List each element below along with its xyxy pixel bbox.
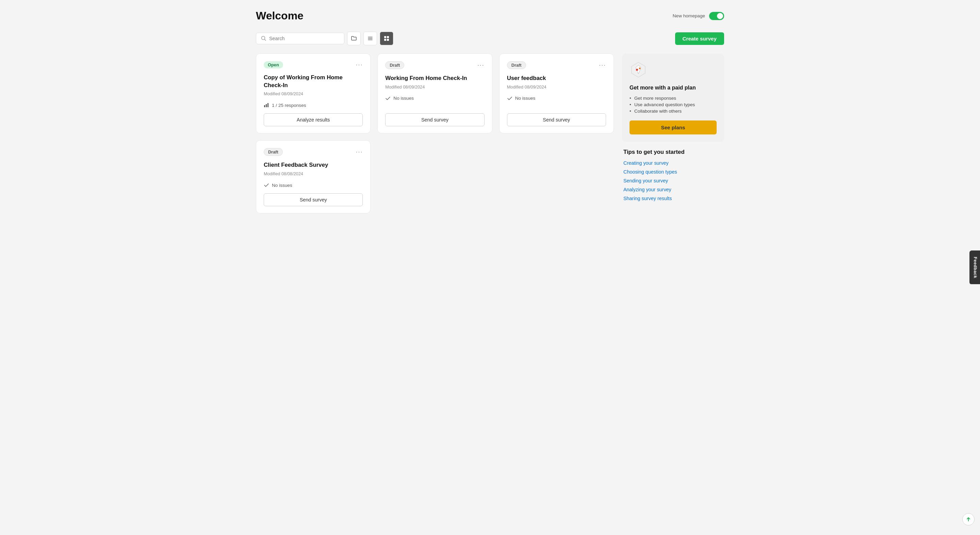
no-issues-stat: No issues	[385, 96, 484, 101]
stat-text: No issues	[515, 96, 536, 101]
promo-card: Get more with a paid plan Get more respo…	[622, 53, 724, 142]
svg-point-14	[636, 69, 638, 71]
more-options-button[interactable]: ···	[356, 61, 363, 68]
tips-list: Creating your surveyChoosing question ty…	[624, 160, 723, 201]
modified-date: Modified 08/09/2024	[264, 91, 363, 96]
list-view-button[interactable]	[363, 32, 377, 45]
survey-action-button[interactable]: Analyze results	[264, 113, 363, 126]
survey-action-button[interactable]: Send survey	[507, 113, 606, 126]
promo-list-item: Collaborate with others	[630, 108, 717, 115]
toolbar: Create survey	[256, 32, 724, 45]
folder-icon	[351, 35, 357, 41]
survey-title: Working From Home Check-In	[385, 75, 484, 82]
svg-rect-6	[387, 36, 389, 38]
card-header: Open ···	[264, 61, 363, 68]
tips-title: Tips to get you started	[624, 149, 723, 156]
main-layout: Open ··· Copy of Working From Home Check…	[256, 53, 724, 213]
status-badge: Open	[264, 61, 283, 68]
survey-action-button[interactable]: Send survey	[385, 113, 484, 126]
promo-list: Get more responsesUse advanced question …	[630, 95, 717, 115]
search-input[interactable]	[269, 36, 339, 41]
sidebar: Get more with a paid plan Get more respo…	[622, 53, 724, 201]
more-options-button[interactable]: ···	[477, 62, 485, 69]
list-icon	[367, 35, 373, 41]
stat-text: No issues	[393, 96, 414, 101]
tips-section: Tips to get you started Creating your su…	[622, 149, 724, 201]
survey-card: Draft ··· Client Feedback Survey Modifie…	[256, 140, 371, 213]
page-header: Welcome New homepage	[256, 10, 724, 22]
card-header: Draft ···	[264, 148, 363, 156]
survey-title: User feedback	[507, 75, 606, 82]
survey-card: Open ··· Copy of Working From Home Check…	[256, 53, 371, 134]
svg-rect-10	[266, 104, 267, 107]
tips-link[interactable]: Creating your survey	[624, 160, 723, 166]
create-survey-button[interactable]: Create survey	[675, 32, 724, 45]
modified-date: Modified 08/09/2024	[507, 84, 606, 89]
chart-icon	[264, 102, 269, 108]
check-icon	[264, 182, 269, 188]
svg-rect-11	[267, 103, 269, 107]
search-icon	[261, 36, 266, 41]
svg-point-15	[639, 68, 641, 69]
svg-rect-7	[384, 39, 386, 41]
check-icon	[385, 96, 391, 101]
svg-rect-5	[384, 36, 386, 38]
grid-view-button[interactable]	[380, 32, 393, 45]
card-header: Draft ···	[507, 61, 606, 69]
grid-icon	[383, 35, 390, 41]
stat-text: 1 / 25 responses	[272, 103, 306, 108]
response-stat: 1 / 25 responses	[264, 102, 363, 108]
tips-link[interactable]: Sharing survey results	[624, 196, 723, 201]
survey-card: Draft ··· Working From Home Check-In Mod…	[377, 53, 492, 134]
svg-rect-8	[387, 39, 389, 41]
page-title: Welcome	[256, 10, 304, 22]
see-plans-button[interactable]: See plans	[630, 121, 717, 134]
no-issues-stat: No issues	[507, 96, 606, 101]
card-header: Draft ···	[385, 61, 484, 69]
survey-card: Draft ··· User feedback Modified 08/09/2…	[499, 53, 614, 134]
feedback-tab[interactable]: Feedback	[969, 250, 980, 284]
status-badge: Draft	[264, 148, 283, 156]
promo-list-item: Get more responses	[630, 95, 717, 102]
tips-link[interactable]: Analyzing your survey	[624, 187, 723, 192]
svg-line-1	[265, 40, 266, 41]
survey-action-button[interactable]: Send survey	[264, 193, 363, 206]
stat-text: No issues	[272, 183, 292, 188]
svg-rect-9	[264, 105, 265, 107]
search-box	[256, 33, 344, 44]
more-options-button[interactable]: ···	[599, 62, 606, 69]
status-badge: Draft	[385, 61, 404, 69]
promo-title: Get more with a paid plan	[630, 85, 717, 91]
no-issues-stat: No issues	[264, 182, 363, 188]
header-right: New homepage	[673, 12, 724, 20]
more-options-button[interactable]: ···	[356, 148, 363, 156]
survey-title: Client Feedback Survey	[264, 161, 363, 169]
new-homepage-label: New homepage	[673, 13, 705, 18]
surveys-grid: Open ··· Copy of Working From Home Check…	[256, 53, 614, 213]
new-homepage-toggle[interactable]	[709, 12, 724, 20]
status-badge: Draft	[507, 61, 526, 69]
check-icon	[507, 96, 512, 101]
survey-title: Copy of Working From Home Check-In	[264, 74, 363, 89]
modified-date: Modified 08/09/2024	[385, 84, 484, 89]
arrow-up-icon	[966, 516, 972, 522]
promo-logo-icon	[630, 61, 647, 79]
folder-view-button[interactable]	[347, 32, 361, 45]
scroll-to-top-button[interactable]	[962, 513, 975, 525]
modified-date: Modified 08/08/2024	[264, 171, 363, 176]
tips-link[interactable]: Sending your survey	[624, 178, 723, 183]
promo-list-item: Use advanced question types	[630, 102, 717, 108]
tips-link[interactable]: Choosing question types	[624, 169, 723, 175]
